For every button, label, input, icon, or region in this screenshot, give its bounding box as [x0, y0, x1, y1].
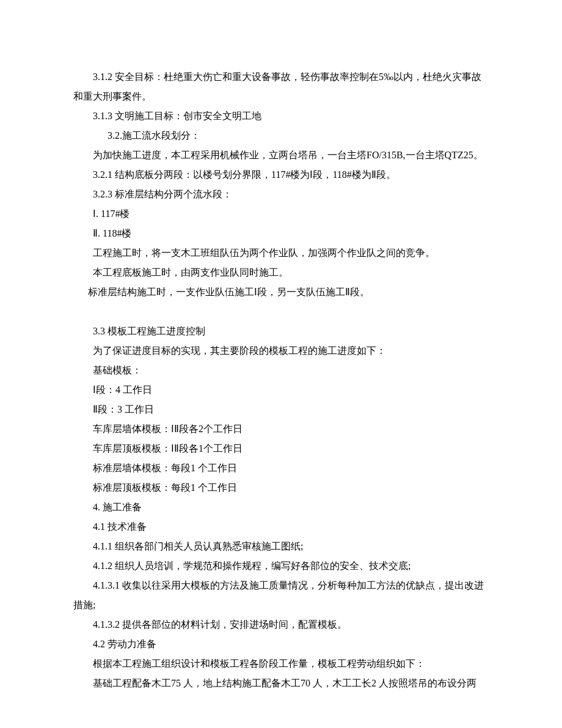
paragraph-4-2-staffing: 基础工程配备木工75 人，地上结构施工配备木工70 人，木工工长2 人按照塔吊的…	[73, 674, 489, 693]
paragraph-baseplate: 本工程底板施工时，由两支作业队同时施工。	[73, 263, 489, 282]
paragraph-4-1-heading: 4.1 技术准备	[73, 517, 489, 537]
paragraph-3-2-1: 3.2.1 结构底板分两段：以楼号划分界限，117#楼为Ⅰ段，118#楼为Ⅱ段。	[73, 165, 489, 185]
paragraph-3-3-heading: 3.3 模板工程施工进度控制	[73, 322, 489, 341]
paragraph-4-heading: 4. 施工准备	[73, 498, 489, 517]
paragraph-seg1-days: Ⅰ段：4 工作日	[73, 380, 489, 400]
paragraph-garage-wall: 车库层墙体模板：ⅠⅡ段各2个工作日	[73, 419, 489, 439]
paragraph-4-1-2: 4.1.2 组织人员培训，学规范和操作规程，编写好各部位的安全、技术交底;	[73, 556, 489, 576]
paragraph-4-1-3-2: 4.1.3.2 提供各部位的材料计划，安排进场时间，配置模板。	[73, 615, 489, 634]
blank-line	[73, 302, 489, 322]
paragraph-4-2-intro: 根据本工程施工组织设计和模板工程各阶段工作量，模板工程劳动组织如下：	[73, 654, 489, 674]
paragraph-garage-top: 车库层顶板模板：ⅠⅡ段各1个工作日	[73, 439, 489, 458]
paragraph-4-2-heading: 4.2 劳动力准备	[73, 634, 489, 654]
paragraph-3-3-intro: 为了保证进度目标的实现，其主要阶段的模板工程的施工进度如下：	[73, 341, 489, 361]
paragraph-seg-1: Ⅰ. 117#楼	[73, 204, 489, 224]
paragraph-std-top: 标准层顶板模板：每段1 个工作日	[73, 478, 489, 498]
paragraph-foundation-template: 基础模板：	[73, 361, 489, 380]
paragraph-3-1-2: 3.1.2 安全目标：杜绝重大伤亡和重大设备事故，轻伤事故率控制在5‰以内，杜绝…	[73, 67, 489, 106]
paragraph-std-wall: 标准层墙体模板：每段1 个工作日	[73, 458, 489, 478]
paragraph-3-2-3: 3.2.3 标准层结构分两个流水段：	[73, 185, 489, 204]
paragraph-standard-floor: 标准层结构施工时，一支作业队伍施工Ⅰ段，另一支队伍施工Ⅱ段。	[73, 282, 489, 302]
paragraph-seg-2: Ⅱ. 118#楼	[73, 224, 489, 243]
paragraph-3-2-intro: 为加快施工进度，本工程采用机械作业，立两台塔吊，一台主塔FO/315B,一台主塔…	[73, 145, 489, 165]
paragraph-3-1-3: 3.1.3 文明施工目标：创市安全文明工地	[73, 106, 489, 126]
paragraph-3-2: 3.2.施工流水段划分：	[73, 126, 489, 145]
paragraph-team-split: 工程施工时，将一支木工班组队伍为两个作业队，加强两个作业队之间的竞争。	[73, 243, 489, 263]
paragraph-4-1-1: 4.1.1 组织各部门相关人员认真熟悉审核施工图纸;	[73, 537, 489, 556]
paragraph-seg2-days: Ⅱ段：3 工作日	[73, 400, 489, 419]
paragraph-4-1-3-1: 4.1.3.1 收集以往采用大模板的方法及施工质量情况，分析每种加工方法的优缺点…	[73, 576, 489, 615]
